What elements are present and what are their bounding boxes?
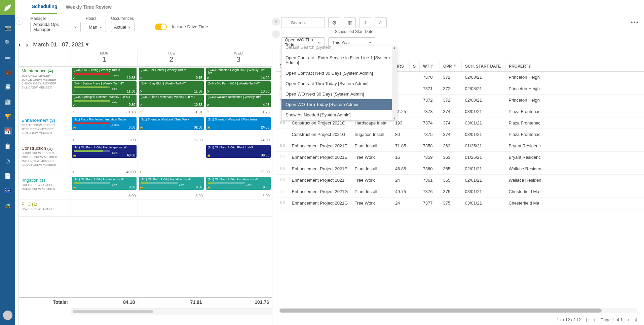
dropdown-option[interactable]: Open Contract Thru Today [System Admin]: [281, 78, 397, 89]
collapse-panel-button[interactable]: ‹: [272, 30, 280, 38]
total-mon: 84.18: [71, 298, 138, 307]
user-avatar[interactable]: [3, 311, 12, 320]
task-card[interactable]: 🔒(1/1) Old Farm HOA | Irrigation Install…: [206, 177, 271, 190]
column-header[interactable]: S: [409, 61, 419, 72]
equipment-icon[interactable]: 🚜: [4, 201, 12, 209]
task-card[interactable]: ⟳(5/44) Hilton Frontenac | Weekly Turf M…: [139, 95, 203, 107]
table-row[interactable]: ⠿⠿Enhancement Project 2021ETree Work1673…: [276, 152, 644, 163]
crew-irrigation[interactable]: Irrigation (1): [22, 178, 68, 183]
page-indicator: Page 1 of 1: [601, 317, 623, 322]
task-card[interactable]: ⟳(5/44) Wallace Residence | Weekly Turf4…: [206, 95, 271, 107]
briefcase-icon[interactable]: 💼: [4, 68, 12, 76]
more-options-button[interactable]: •••: [631, 19, 639, 26]
prev-week-button[interactable]: ‹: [18, 41, 21, 48]
dropdown-option[interactable]: Open Contract Next 30 Days [System Admin…: [281, 68, 397, 78]
column-header[interactable]: PROPERTY: [505, 61, 644, 72]
table-row[interactable]: ⠿⠿Enhancement Project 2021FTree Work2473…: [276, 175, 644, 186]
table-row[interactable]: ⠿⠿Enhancement Project 2021GTree Work2473…: [276, 197, 644, 209]
table-row[interactable]: ⠿⠿Enhancement Project 2021EPlant Install…: [276, 140, 644, 152]
table-row[interactable]: ⠿⠿Construction Project 2021GIrrigation I…: [276, 129, 644, 140]
task-card[interactable]: 🔒(1/1) Old Farm HOA | Plant Install38.00: [206, 145, 271, 158]
task-card[interactable]: ✓(5/44) SpringHill Chester | Weekly Turf…: [72, 95, 137, 107]
schedule-icon[interactable]: 📅: [4, 127, 12, 135]
search-input[interactable]: [281, 17, 325, 28]
clipboard-icon[interactable]: 📋: [4, 142, 12, 150]
task-card[interactable]: 🔒(1/1) Old Farm HOA | Irrigation Install…: [139, 177, 203, 190]
drag-handle[interactable]: ⠿⠿: [276, 152, 289, 163]
saved-search-dropdown: Default Search [System]Open Contract - E…: [281, 46, 397, 120]
drag-handle[interactable]: ⠿⠿: [276, 140, 289, 152]
schedule-hscrollbar[interactable]: [71, 309, 272, 315]
dropdown-option[interactable]: Default Search [System]: [281, 42, 397, 52]
atm-icon[interactable]: 🏧: [4, 186, 12, 194]
table-hscrollbar[interactable]: [279, 308, 637, 313]
drag-handle[interactable]: ⠿⠿: [276, 186, 289, 197]
record-count: 1 to 12 of 12: [557, 317, 581, 322]
filter-settings-button[interactable]: ⚙: [328, 17, 340, 28]
date-range-picker[interactable]: March 01 - 07, 2021 ▾: [33, 41, 89, 48]
table-row[interactable]: ⠿⠿Enhancement Project 2021GPlant Install…: [276, 186, 644, 197]
task-card[interactable]: ⟳(5/44) Old Farm HOA | Weekly Turf MT13.…: [206, 81, 271, 94]
dropdown-option[interactable]: Open WO Thru Today [System Admin]: [281, 99, 397, 110]
table-row[interactable]: ⠿⠿Enhancement Project 2021FPlant Install…: [276, 163, 644, 175]
last-page-button[interactable]: ›|: [635, 317, 637, 322]
camera-icon[interactable]: 📷: [4, 24, 12, 32]
task-card[interactable]: 🔒(1/1) Sheraton Westport | Plant Install…: [206, 117, 271, 130]
crew-enhancement[interactable]: Enhancement (3): [22, 118, 68, 123]
task-card[interactable]: ⟳(5/44) Clay Bldg | Weekly Turf MT11.58: [139, 81, 203, 94]
column-header[interactable]: OPP. #: [440, 61, 461, 72]
first-page-button[interactable]: |‹: [586, 317, 589, 322]
search-icon[interactable]: 🔍: [4, 38, 12, 46]
close-panel-button[interactable]: ✕: [272, 17, 280, 26]
task-card[interactable]: 🔒(1/1) Plaza Frontenac | Irrigation Repa…: [72, 117, 137, 130]
pagination: 1 to 12 of 12 |‹ ‹ Page 1 of 1 › ›|: [557, 317, 637, 322]
trophy-icon[interactable]: 🏆: [4, 112, 12, 120]
task-card[interactable]: ⟳(5/44) Princeton Height HOA | Weekly Tu…: [206, 68, 271, 80]
task-card[interactable]: 🔒(1/1) Old Farm HOA | Irrigation Install…: [72, 177, 137, 190]
occurrences-label: Occurrences: [111, 16, 135, 21]
tab-weekly-review[interactable]: Weekly Time Review: [66, 0, 111, 14]
contact-icon[interactable]: 📇: [4, 83, 12, 91]
top-tabs: Scheduling Weekly Time Review: [15, 0, 644, 14]
crew-members: FRANK CREW LEADER JOSE CREW MEMBER BEN C…: [22, 123, 68, 135]
dropdown-option[interactable]: Snow As Needed [System Admin]: [281, 110, 397, 120]
task-card[interactable]: 🔒(1/1) Old Farm HOA | Hardscape Install8…: [72, 145, 137, 158]
next-page-button[interactable]: ›: [628, 317, 630, 322]
drag-handle[interactable]: ⠿⠿: [276, 129, 289, 140]
task-card[interactable]: 🔒(1/1) Sheraton Westport | Tree Work32.0…: [139, 117, 203, 130]
expand-sidebar-button[interactable]: ›: [15, 17, 23, 25]
crew-maintenance[interactable]: Maintenance (4): [22, 68, 68, 73]
day-header-wed[interactable]: WED3: [205, 49, 272, 66]
day-header-mon[interactable]: MON1: [71, 49, 138, 66]
drive-time-toggle[interactable]: [155, 24, 167, 30]
column-header[interactable]: SCH. START DATE: [461, 61, 505, 72]
drag-handle[interactable]: ⠿⠿: [276, 197, 289, 209]
next-week-button[interactable]: ›: [26, 41, 28, 48]
drag-handle[interactable]: ⠿⠿: [276, 175, 289, 186]
task-card[interactable]: ⟳(5/44) Bell Center | Weekly Turf MT9.75: [139, 68, 203, 80]
manager-select[interactable]: Amanda Ops Manager: [30, 22, 81, 32]
hours-select[interactable]: Man: [86, 22, 106, 32]
dropdown-option[interactable]: Open WO Next 30 Days [System Admin]: [281, 89, 397, 99]
task-card[interactable]: ✓(5/44) Bio Building | Weekly Turf MT130…: [72, 68, 137, 80]
prev-page-button[interactable]: ‹: [594, 317, 596, 322]
day-header-tue[interactable]: TUE2: [138, 49, 205, 66]
columns-button[interactable]: ▥: [344, 17, 356, 28]
calendar-icon[interactable]: ▬: [4, 53, 12, 61]
crew-phc[interactable]: PHC (1): [22, 202, 68, 207]
tab-scheduling[interactable]: Scheduling: [32, 0, 57, 14]
drag-handle[interactable]: ⠿⠿: [276, 163, 289, 175]
crew-members: DAVID CREW LEADER: [22, 207, 68, 211]
crew-construction[interactable]: Construction (5): [22, 146, 68, 151]
occurrences-select[interactable]: Actual: [111, 22, 135, 32]
building-icon[interactable]: 🏢: [4, 98, 12, 106]
sort-button[interactable]: ↕: [359, 17, 371, 28]
dropdown-scrollbar[interactable]: [392, 46, 397, 120]
column-header[interactable]: WT #: [419, 61, 440, 72]
hierarchy-button[interactable]: ⌂: [375, 17, 387, 28]
dropdown-option[interactable]: Open Contract - Enter Service in Filter …: [281, 52, 397, 68]
chart-icon[interactable]: ◔: [4, 157, 12, 165]
task-card[interactable]: ✓(5/44) Station Place | Weekly Turf MT91…: [72, 81, 137, 94]
app-logo[interactable]: [0, 0, 15, 15]
report-icon[interactable]: 📄: [4, 172, 12, 180]
